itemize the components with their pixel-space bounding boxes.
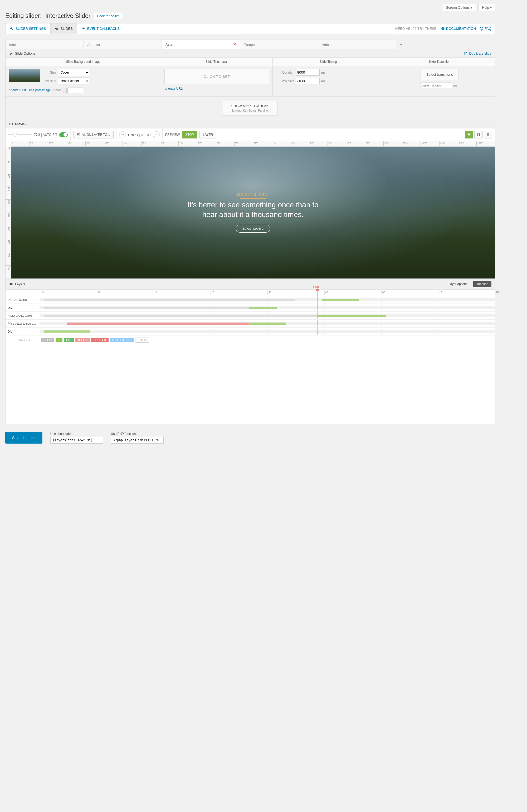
faq-label: FAQ <box>485 27 492 31</box>
svg-text:?: ? <box>442 27 444 30</box>
documentation-link[interactable]: ?DOCUMENTATION <box>441 27 476 31</box>
timeline-ruler: 4.882 0s1s2s3s4s5s6s7s8s <box>40 290 495 296</box>
tab-settings-label: SLIDER SETTINGS <box>16 27 46 31</box>
layer-row[interactable]: DIV <box>5 328 495 335</box>
layer-row[interactable]: P READ MORE <box>5 296 495 304</box>
svg-point-5 <box>481 28 482 29</box>
tablet-icon <box>477 133 480 136</box>
chip-delay: DELAY <box>41 338 54 342</box>
show-more-title: SHOW MORE OPTIONS <box>231 104 269 108</box>
php-label: Use PHP function: <box>111 432 164 436</box>
slide-tab-europe[interactable]: Europe <box>240 40 318 49</box>
svg-rect-9 <box>468 133 471 135</box>
align-layer-button[interactable]: ALIGN LAYER TO... <box>73 131 113 139</box>
color-swatch[interactable] <box>62 88 67 93</box>
undo-button[interactable]: ↶ <box>119 131 126 138</box>
close-icon[interactable]: ✖ <box>233 42 236 46</box>
duration-input[interactable] <box>296 69 320 76</box>
thumb-enter-url-link[interactable]: enter URL <box>168 87 183 90</box>
or-text: or <box>9 88 12 92</box>
tab-slider-settings[interactable]: SLIDER SETTINGS <box>5 24 50 34</box>
add-slide-button[interactable]: + <box>396 40 406 49</box>
preview-label: PREVIEW <box>165 133 180 136</box>
select-transitions-button[interactable]: Select transitions <box>421 69 458 80</box>
playhead[interactable]: 4.882 <box>317 290 318 296</box>
color-label: Color <box>53 88 61 92</box>
layer-button[interactable]: LAYER <box>199 131 216 139</box>
color-input[interactable] <box>67 88 83 93</box>
slide-tab-intro[interactable]: Intro <box>5 40 84 49</box>
tab-event-callbacks[interactable]: EVENT CALLBACKS <box>77 24 124 34</box>
slide-tabs: Intro America Asia✖ Europe Africa + <box>5 34 495 49</box>
preview-toolbar: 77% | AUTO-FIT ALIGN LAYER TO... ↶ UNDO … <box>5 128 495 141</box>
lifebuoy-icon <box>480 27 483 31</box>
layer-row[interactable]: P MU CANG CHAI <box>5 312 495 320</box>
redo-button[interactable]: ↷ <box>153 131 160 138</box>
top-bar: Screen Options ▾ Help ▾ <box>5 3 495 12</box>
slide-tab-america[interactable]: America <box>84 40 162 49</box>
click-to-set-button[interactable]: CLICK TO SET <box>164 69 269 84</box>
ruler-y: 050100150200250300350400450500 <box>5 147 11 278</box>
duplicate-slide-link[interactable]: Duplicate slide <box>464 52 492 55</box>
thumb-links: or enter URL <box>164 87 269 90</box>
php-input[interactable] <box>111 437 164 444</box>
layer-row[interactable]: DIV <box>5 304 495 312</box>
shortcode-label: Use shortcode: <box>50 432 103 436</box>
help-button[interactable]: Help ▾ <box>479 4 495 11</box>
bg-thumbnail[interactable] <box>9 69 40 82</box>
duplicate-label: Duplicate slide <box>469 52 492 55</box>
zoom-handle[interactable] <box>13 133 17 137</box>
playhead-label: 4.882 <box>313 286 319 289</box>
timeline-button[interactable]: Timeline <box>473 281 492 287</box>
mobile-button[interactable] <box>484 131 492 139</box>
size-select[interactable]: Cover <box>58 69 89 76</box>
or-text: or <box>164 87 167 90</box>
position-label: Position <box>43 79 56 83</box>
size-label: Size <box>43 71 56 74</box>
preview-icon <box>9 122 13 126</box>
legend: LEGEND DELAY IN OUT TEXT IN TEXT OUT LOO… <box>5 335 495 345</box>
svg-rect-11 <box>478 133 480 136</box>
autofit-toggle[interactable] <box>59 132 68 137</box>
slider-name: Interactive Slider <box>45 12 90 19</box>
slide-tab-label: Intro <box>9 43 16 47</box>
canvas-area: 0501001502002503003504004505005506006507… <box>5 141 495 279</box>
legend-title: LEGEND <box>7 339 40 342</box>
show-more-button[interactable]: SHOW MORE OPTIONS Linking, Ken Burns, Pa… <box>223 101 277 116</box>
footer: Save changes Use shortcode: Use PHP func… <box>5 424 495 446</box>
faq-link[interactable]: FAQ <box>480 27 492 31</box>
slide-tab-asia[interactable]: Asia✖ <box>162 40 240 49</box>
tab-slides[interactable]: SLIDES <box>50 24 77 34</box>
desktop-button[interactable] <box>465 131 473 139</box>
timeshift-input[interactable] <box>296 78 320 84</box>
shortcode-input[interactable] <box>50 437 103 444</box>
tab-slides-label: SLIDES <box>61 27 73 31</box>
canvas-headline[interactable]: It's better to see something once than t… <box>182 200 324 219</box>
main-tabs: SLIDER SETTINGS SLIDES EVENT CALLBACKS N… <box>5 24 495 34</box>
show-more-sub: Linking, Ken Burns, Parallax <box>231 109 269 112</box>
save-changes-button[interactable]: Save changes <box>5 432 42 444</box>
custom-duration-input[interactable] <box>421 83 452 88</box>
layers-title: Layers <box>15 282 25 286</box>
canvas-subtitle[interactable]: MU CANG CHAI <box>237 192 269 199</box>
layer-options-button[interactable]: Layer options <box>445 281 471 287</box>
svg-rect-7 <box>465 53 467 55</box>
back-to-list-link[interactable]: Back to the list <box>94 13 122 19</box>
position-select[interactable]: center center <box>58 77 89 84</box>
timeline-empty-area <box>5 345 495 424</box>
chip-in: IN <box>56 338 62 342</box>
zoom-slider[interactable] <box>8 134 32 135</box>
stop-button[interactable]: STOP <box>182 131 197 139</box>
canvas-cta[interactable]: READ MORE <box>236 225 270 233</box>
layer-row[interactable]: P It's better to see somet <box>5 320 495 328</box>
timeshift-label: Time Shift <box>276 79 294 83</box>
use-post-image-link[interactable]: use post image <box>29 88 50 92</box>
slide-options-bar: Slide Options Duplicate slide <box>5 49 495 58</box>
screen-options-button[interactable]: Screen Options ▾ <box>443 4 476 11</box>
tablet-button[interactable] <box>474 131 483 139</box>
slide-canvas[interactable]: MU CANG CHAI It's better to see somethin… <box>11 147 495 278</box>
enter-url-link[interactable]: enter URL <box>12 88 27 92</box>
layer-rows: P READ MOREDIV P MU CANG CHAIP It's bett… <box>5 296 495 335</box>
slides-icon <box>55 27 59 31</box>
slide-tab-africa[interactable]: Africa <box>318 40 396 49</box>
